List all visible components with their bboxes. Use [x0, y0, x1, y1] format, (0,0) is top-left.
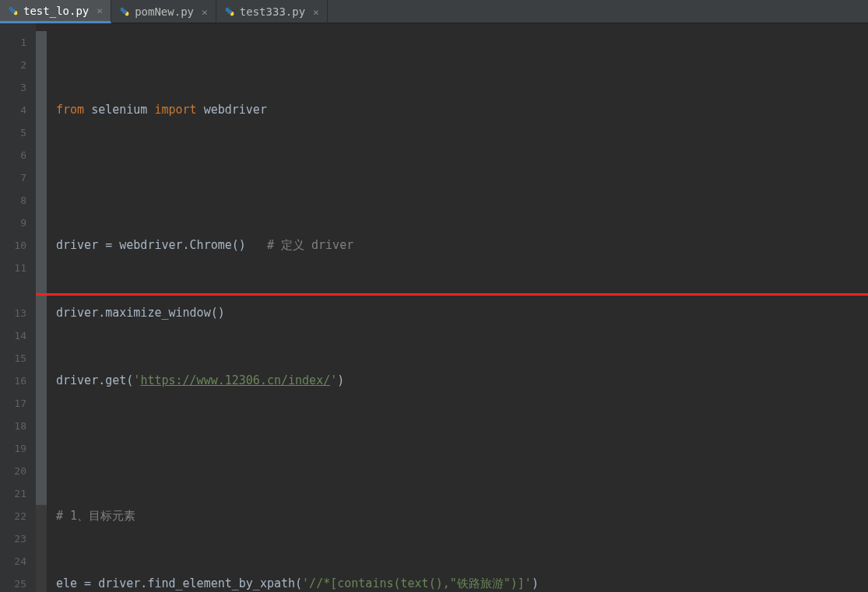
comment: # 1、目标元素 [56, 509, 135, 523]
breakpoint-line-marker [36, 293, 868, 296]
url-string: https://www.12306.cn/index/ [140, 373, 330, 387]
tab-label: test333.py [240, 5, 305, 18]
line-number: 17 [0, 392, 26, 415]
code-text: driver = webdriver.Chrome() [56, 238, 246, 252]
line-number: 11 [0, 257, 26, 279]
line-number: 24 [0, 550, 26, 573]
close-icon[interactable]: × [97, 5, 103, 16]
editor-tabs: test_lo.py × pomNew.py × test333.py × [0, 0, 868, 23]
code-text: driver.maximize_window() [56, 306, 225, 320]
line-number: 19 [0, 437, 26, 460]
line-number: 1 [0, 31, 26, 54]
line-number: 22 [0, 505, 26, 527]
close-icon[interactable]: × [202, 6, 208, 18]
editor-area: 1 2 3 4 5 6 7 8 9 10 11 13 14 15 16 17 1… [0, 23, 868, 592]
line-number: 23 [0, 527, 26, 550]
line-number: 18 [0, 415, 26, 437]
line-number: 3 [0, 76, 26, 99]
line-number: 4 [0, 99, 26, 121]
code-text: driver.get( [56, 373, 133, 387]
tab-label: pomNew.py [135, 5, 194, 18]
line-number: 25 [0, 573, 26, 592]
code-text: ) [532, 576, 539, 590]
python-file-icon [8, 5, 19, 16]
line-number: 16 [0, 370, 26, 392]
code-text: ) [337, 373, 344, 387]
identifier: webdriver [204, 103, 267, 117]
code-text: ele = driver.find_element_by_xpath( [56, 576, 302, 590]
line-number: 14 [0, 324, 26, 347]
python-file-icon [119, 6, 130, 17]
keyword: from [56, 103, 84, 117]
line-number-gutter: 1 2 3 4 5 6 7 8 9 10 11 13 14 15 16 17 1… [0, 23, 36, 592]
tab-test-lo[interactable]: test_lo.py × [0, 0, 111, 23]
code-editor[interactable]: from selenium import webdriver driver = … [36, 23, 868, 592]
line-number: 13 [0, 302, 26, 324]
tab-label: test_lo.py [23, 5, 89, 17]
line-number: 20 [0, 460, 26, 482]
line-number: 2 [0, 54, 26, 76]
svg-rect-8 [227, 9, 231, 13]
close-icon[interactable]: × [313, 6, 319, 18]
line-number: 10 [0, 234, 26, 257]
string: ' [330, 373, 337, 387]
line-number: 5 [0, 121, 26, 144]
comment: # 定义 driver [267, 238, 353, 252]
line-number: 15 [0, 347, 26, 370]
line-number [0, 279, 26, 302]
identifier: selenium [91, 103, 147, 117]
tab-test333[interactable]: test333.py × [216, 0, 328, 23]
string: '//*[contains(text(),"铁路旅游")]' [302, 576, 532, 590]
line-number: 7 [0, 166, 26, 189]
line-number: 8 [0, 189, 26, 212]
tab-pomnew[interactable]: pomNew.py × [111, 0, 216, 23]
line-number: 9 [0, 212, 26, 234]
line-number: 6 [0, 144, 26, 166]
svg-rect-2 [11, 9, 15, 12]
line-number: 21 [0, 482, 26, 505]
svg-rect-5 [123, 9, 127, 13]
keyword: import [154, 103, 196, 117]
python-file-icon [224, 6, 235, 17]
